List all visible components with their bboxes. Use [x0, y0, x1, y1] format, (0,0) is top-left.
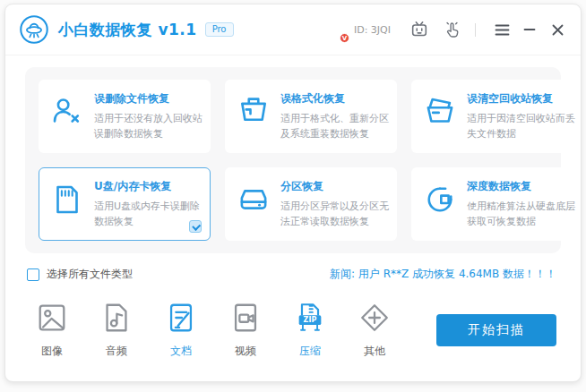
app-window: 小白数据恢复 v1.1 Pro V ID: 3JQI	[4, 4, 582, 382]
app-title: 小白数据恢复 v1.1	[58, 20, 197, 40]
recycle-bin-icon	[421, 93, 459, 131]
file-type-bar: 图像 音频 文档	[32, 301, 556, 359]
header-divider	[475, 23, 476, 37]
zip-archive-icon: ZIP	[293, 301, 327, 335]
minimize-icon[interactable]	[521, 21, 539, 38]
news-ticker: 新闻: 用户 R**Z 成功恢复 4.64MB 数据！！！	[330, 267, 556, 282]
card-recycle-bin-recovery[interactable]: 误清空回收站恢复 适用于因清空回收站而丢 失文件数据	[411, 80, 582, 153]
card-title: 误清空回收站恢复	[467, 91, 575, 107]
card-desc-line: 适用于格式化、重新分区	[280, 111, 389, 126]
file-type-label: 文档	[170, 344, 192, 359]
audio-file-icon	[99, 301, 134, 335]
file-type-label: 视频	[235, 344, 256, 359]
card-desc-line: 获取可恢复数据	[467, 214, 575, 229]
hand-click-icon[interactable]	[442, 20, 461, 39]
card-title: 误格式化恢复	[280, 91, 389, 107]
file-type-video[interactable]: 视频	[226, 301, 265, 359]
card-desc-line: 数据恢复	[94, 214, 200, 229]
card-desc-line: 适用分区异常以及分区无	[280, 199, 389, 214]
card-desc-line: 误删除数据恢复	[94, 126, 203, 141]
format-bucket-icon	[235, 93, 272, 131]
title-bar: 小白数据恢复 v1.1 Pro V ID: 3JQI	[5, 4, 581, 55]
file-type-label: 其他	[364, 344, 385, 359]
card-desc-line: 使用精准算法从硬盘底层	[467, 199, 575, 214]
file-type-image[interactable]: 图像	[32, 301, 72, 359]
hard-drive-icon	[235, 181, 272, 218]
vip-badge: V	[340, 33, 349, 43]
deep-scan-icon	[421, 181, 459, 218]
select-all-label: 选择所有文件类型	[47, 267, 133, 282]
document-edit-icon	[164, 301, 198, 335]
card-desc-line: 失文件数据	[467, 126, 575, 141]
video-file-icon	[228, 301, 263, 335]
card-partition-recovery[interactable]: 分区恢复 适用分区异常以及分区无 法正常读取数据恢复	[225, 167, 397, 241]
card-deep-recovery[interactable]: 深度数据恢复 使用精准算法从硬盘底层 获取可恢复数据	[411, 167, 582, 241]
filter-bar: 选择所有文件类型 新闻: 用户 R**Z 成功恢复 4.64MB 数据！！！	[27, 267, 556, 282]
pro-badge: Pro	[205, 22, 234, 37]
card-usb-sd-recovery[interactable]: U盘/内存卡恢复 适用U盘或内存卡误删除 数据恢复	[39, 167, 211, 241]
card-desc-line: 适用于还没有放入回收站	[94, 111, 203, 126]
card-title: U盘/内存卡恢复	[94, 179, 200, 194]
card-format-recovery[interactable]: 误格式化恢复 适用于格式化、重新分区 及系统重装数据恢复	[225, 80, 397, 153]
card-title: 深度数据恢复	[467, 179, 575, 194]
recovery-modes-panel: 误删除文件恢复 适用于还没有放入回收站 误删除数据恢复 误格式化恢复 适用于格式…	[25, 67, 561, 253]
sd-card-icon	[48, 181, 86, 218]
card-checked-checkbox[interactable]	[189, 220, 202, 233]
menu-icon[interactable]	[493, 21, 511, 38]
user-avatar[interactable]: V	[323, 18, 347, 41]
card-title: 误删除文件恢复	[94, 91, 203, 107]
file-type-other[interactable]: 其他	[355, 301, 394, 359]
select-all-checkbox[interactable]	[27, 268, 39, 281]
user-id-label: ID: 3JQI	[354, 24, 391, 36]
card-desc-line: 适用U盘或内存卡误删除	[94, 199, 200, 214]
close-icon[interactable]	[548, 21, 566, 38]
file-type-audio[interactable]: 音频	[97, 301, 136, 359]
card-desc-line: 及系统重装数据恢复	[280, 126, 389, 141]
file-type-document[interactable]: 文档	[161, 301, 201, 359]
file-type-label: 音频	[106, 344, 127, 359]
tv-tutorial-icon[interactable]	[409, 20, 429, 39]
card-deleted-file-recovery[interactable]: 误删除文件恢复 适用于还没有放入回收站 误删除数据恢复	[39, 80, 211, 153]
card-desc-line: 法正常读取数据恢复	[280, 214, 389, 229]
card-title: 分区恢复	[280, 179, 389, 194]
file-type-archive[interactable]: ZIP 压缩	[290, 301, 330, 359]
select-all-file-types[interactable]: 选择所有文件类型	[27, 267, 133, 282]
user-x-icon	[48, 93, 86, 131]
card-desc-line: 适用于因清空回收站而丢	[467, 111, 575, 126]
other-plus-icon	[358, 301, 392, 335]
app-logo-icon	[19, 14, 49, 45]
file-type-label: 图像	[41, 344, 63, 359]
image-icon	[35, 301, 69, 335]
file-type-label: 压缩	[299, 344, 321, 359]
zip-icon-text: ZIP	[304, 317, 317, 325]
start-scan-button[interactable]: 开始扫描	[436, 314, 556, 346]
